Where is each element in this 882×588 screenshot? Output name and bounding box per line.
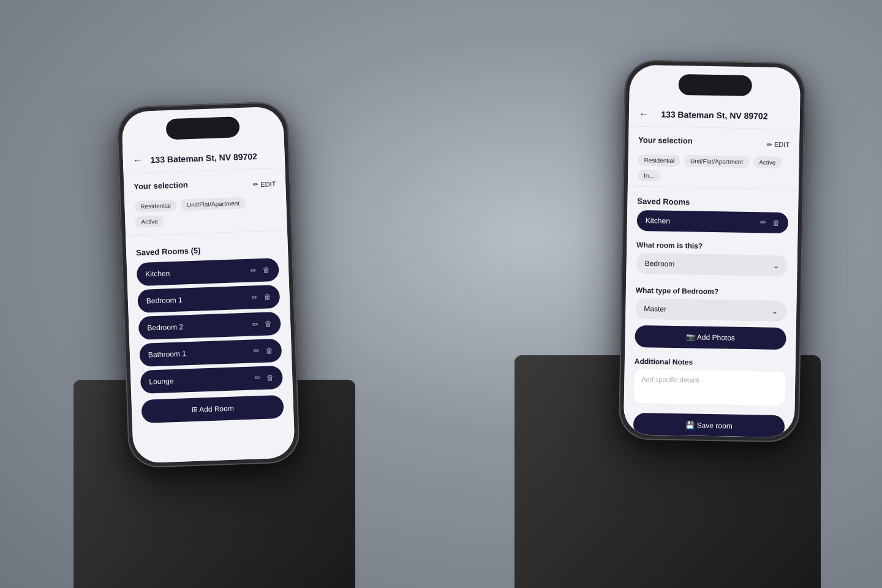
room-actions-kitchen: ✏ 🗑 — [251, 265, 270, 274]
right-edit-button[interactable]: ✏ EDIT — [767, 141, 790, 149]
delete-icon-bedroom2[interactable]: 🗑 — [265, 319, 272, 328]
tag-unit-left: Unit/Flat/Apartment — [181, 197, 246, 211]
edit-icon-bedroom1[interactable]: ✏ — [252, 293, 258, 301]
tag-residential-left: Residential — [134, 200, 177, 213]
phone-left-screen: ← 133 Bateman St, NV 89702 Your selectio… — [121, 107, 295, 464]
delete-icon-kitchen[interactable]: 🗑 — [263, 265, 270, 274]
right-tags-row: Residential Unit/Flat/Apartment Active I… — [638, 154, 790, 184]
left-selection-label: Your selection — [134, 180, 188, 191]
add-photos-button[interactable]: 📷 Add Photos — [635, 325, 786, 350]
left-rooms-list: Kitchen ✏ 🗑 Bedroom 1 ✏ 🗑 Bedroom 2 — [127, 257, 293, 394]
back-button-left[interactable]: ← — [133, 155, 143, 167]
left-saved-rooms-label: Saved Rooms (5) — [136, 246, 201, 257]
edit-icon-kitchen[interactable]: ✏ — [251, 266, 257, 274]
bedroom-type-section: What type of Bedroom? Master ⌄ — [625, 280, 797, 328]
phone-right: ← 133 Bateman St, NV 89702 Your selectio… — [619, 59, 806, 442]
right-saved-room-kitchen[interactable]: Kitchen ✏ 🗑 — [637, 210, 789, 233]
dynamic-island-right — [678, 74, 752, 96]
right-saved-rooms-section: Saved Rooms Kitchen ✏ 🗑 — [627, 189, 798, 238]
right-edit-icon[interactable]: ✏ — [760, 218, 766, 227]
room-item-bedroom2[interactable]: Bedroom 2 ✏ 🗑 — [138, 312, 281, 340]
phone-left: ← 133 Bateman St, NV 89702 Your selectio… — [116, 101, 300, 468]
app-right-content: ← 133 Bateman St, NV 89702 Your selectio… — [624, 102, 800, 438]
tag-active-right: Active — [753, 156, 782, 168]
notes-placeholder: Add specific details — [641, 375, 699, 384]
chevron-down-icon-bedroom: ⌄ — [772, 307, 778, 315]
save-room-button[interactable]: 💾 Save room — [633, 413, 785, 438]
add-room-button[interactable]: ⊞ Add Room — [141, 395, 284, 423]
room-item-bedroom1[interactable]: Bedroom 1 ✏ 🗑 — [137, 285, 280, 313]
room-actions-bedroom1: ✏ 🗑 — [252, 292, 271, 301]
left-tags-row: Residential Unit/Flat/Apartment Active — [134, 196, 277, 228]
bedroom-type-value: Master — [644, 304, 666, 314]
save-room-label: 💾 Save room — [685, 421, 733, 430]
right-selection-label: Your selection — [638, 135, 693, 146]
room-type-value: Bedroom — [645, 259, 675, 268]
right-delete-icon[interactable]: 🗑 — [772, 219, 780, 227]
edit-icon-lounge[interactable]: ✏ — [254, 374, 260, 382]
edit-icon-bathroom1[interactable]: ✏ — [254, 347, 260, 355]
app-left-content: ← 133 Bateman St, NV 89702 Your selectio… — [123, 143, 295, 464]
room-name-lounge: Lounge — [149, 377, 174, 386]
delete-icon-bedroom1[interactable]: 🗑 — [264, 292, 271, 301]
left-selection-section: Your selection ✏ EDIT Residential Unit/F… — [124, 168, 287, 233]
right-saved-room-name: Kitchen — [646, 216, 670, 225]
room-name-bedroom1: Bedroom 1 — [146, 296, 183, 306]
tag-active-left: Active — [135, 215, 164, 228]
tag-residential-right: Residential — [638, 154, 680, 167]
room-actions-lounge: ✏ 🗑 — [254, 373, 274, 382]
room-name-bedroom2: Bedroom 2 — [147, 322, 183, 332]
room-type-label: What room is this? — [636, 241, 788, 252]
room-actions-bedroom2: ✏ 🗑 — [252, 319, 272, 328]
right-room-actions: ✏ 🗑 — [760, 218, 780, 227]
right-header: ← 133 Bateman St, NV 89702 — [629, 102, 801, 130]
dynamic-island-left — [166, 116, 240, 140]
delete-icon-lounge[interactable]: 🗑 — [266, 373, 274, 382]
room-item-lounge[interactable]: Lounge ✏ 🗑 — [140, 366, 283, 394]
left-edit-button[interactable]: ✏ EDIT — [253, 180, 276, 189]
notes-section: Additional Notes Add specific details — [624, 352, 796, 411]
back-button-right[interactable]: ← — [639, 108, 649, 119]
right-header-title: 133 Bateman St, NV 89702 — [661, 110, 768, 121]
tag-unit-right: Unit/Flat/Apartment — [684, 155, 749, 168]
tag-more-right: In... — [638, 170, 660, 182]
add-room-label: ⊞ Add Room — [191, 404, 234, 414]
left-header-title: 133 Bateman St, NV 89702 — [150, 151, 257, 165]
bedroom-type-dropdown[interactable]: Master ⌄ — [635, 298, 787, 322]
notes-label: Additional Notes — [635, 357, 786, 368]
room-item-kitchen[interactable]: Kitchen ✏ 🗑 — [137, 258, 279, 286]
notes-input[interactable]: Add specific details — [634, 369, 786, 405]
room-name-kitchen: Kitchen — [145, 269, 170, 278]
room-item-bathroom1[interactable]: Bathroom 1 ✏ 🗑 — [139, 339, 282, 367]
delete-icon-bathroom1[interactable]: 🗑 — [266, 346, 273, 355]
edit-icon-bedroom2[interactable]: ✏ — [252, 320, 258, 328]
room-type-section: What room is this? Bedroom ⌄ — [626, 235, 797, 283]
phone-right-screen: ← 133 Bateman St, NV 89702 Your selectio… — [624, 65, 801, 438]
room-name-bathroom1: Bathroom 1 — [148, 349, 186, 359]
right-saved-rooms-label: Saved Rooms — [637, 197, 690, 206]
bedroom-type-label: What type of Bedroom? — [636, 286, 787, 297]
chevron-down-icon-room: ⌄ — [772, 262, 778, 270]
right-selection-section: Your selection ✏ EDIT Residential Unit/F… — [628, 127, 800, 187]
room-type-dropdown[interactable]: Bedroom ⌄ — [636, 253, 788, 276]
add-photos-label: 📷 Add Photos — [686, 333, 735, 342]
room-actions-bathroom1: ✏ 🗑 — [254, 346, 273, 355]
